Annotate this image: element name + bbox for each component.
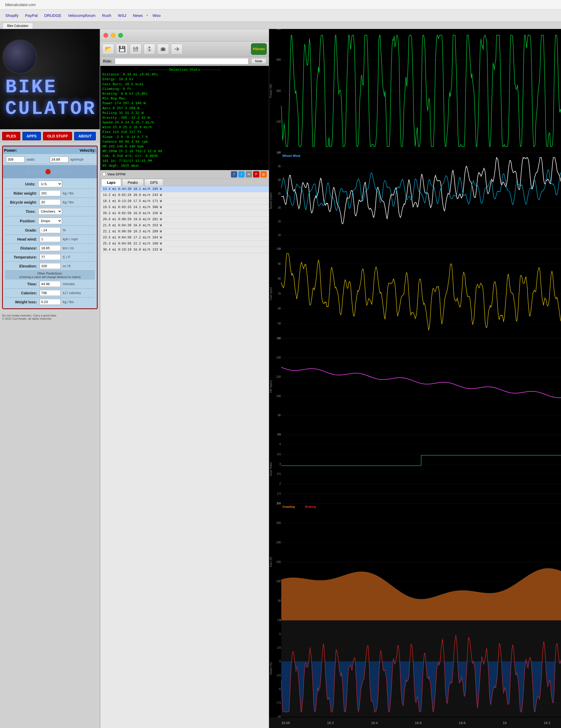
- browser-tab[interactable]: Bike Calculator: [3, 23, 33, 29]
- pstroke-panel: 📂 💾 PStroke Ride: Note: [100, 29, 269, 728]
- tab-laps[interactable]: Laps: [101, 179, 121, 186]
- units-select[interactable]: U.S.Metric: [38, 181, 62, 187]
- rider-weight-row: Rider weight: kg / lbs: [5, 189, 95, 198]
- pstroke-titlebar: [100, 29, 269, 42]
- email-share-btn[interactable]: ✉: [246, 171, 252, 178]
- tires-select[interactable]: ClinchersTubulars: [38, 208, 62, 215]
- x-axis-label: 18.6: [415, 721, 421, 725]
- bicycle-weight-unit: kg / lbs: [63, 200, 94, 204]
- arrow-btn[interactable]: [171, 44, 182, 54]
- nav-news[interactable]: News: [130, 12, 146, 19]
- weight-loss-row: Weight loss: kg / lbs: [5, 298, 95, 306]
- calories-row: Calories: kJ / calories: [5, 289, 95, 298]
- lap-row[interactable]: 25.3 mi 0:04:56 22.2 mi/h 160 W: [100, 241, 269, 247]
- bike-nav-bar: PLES APPS OLD STUFF ABOUT: [0, 129, 100, 143]
- time-row: Time: minutes: [5, 280, 95, 289]
- lap-row[interactable]: 20.3 mi 0:02:56 16.0 mi/h 156 W: [100, 210, 269, 217]
- apps-btn[interactable]: APPS: [22, 132, 41, 140]
- other-predictions-header: Other Predictions: (entering a value wil…: [5, 271, 95, 280]
- stats-slope: Slope -2.9 -0.14 0.7 %: [102, 135, 267, 140]
- lap-row[interactable]: 14.2 mi 0:02:29 20.9 mi/h 243 W: [100, 192, 269, 198]
- position-row: Position: DropsHoodsUpright: [5, 216, 95, 226]
- laps-tabs-bar: Laps Peaks GPS: [100, 179, 269, 186]
- grade-input[interactable]: [40, 227, 61, 233]
- window-maximize-btn[interactable]: [118, 33, 123, 38]
- nav-rush[interactable]: Rush: [99, 12, 114, 19]
- distance-input[interactable]: [40, 245, 61, 251]
- stats-wind: Wind 23.9 25.3 26.9 mi/h: [102, 125, 267, 130]
- grade-label: Grade:: [6, 228, 40, 232]
- weight-loss-unit: kg / lbs: [63, 300, 94, 304]
- weight-loss-input[interactable]: [40, 299, 61, 305]
- bicycle-weight-input[interactable]: [40, 199, 61, 205]
- x-axis-label: 18.8: [459, 721, 466, 725]
- lap-row[interactable]: 21.9 mi 0:04:39 16.6 mi/h 153 W: [100, 223, 269, 229]
- weight-loss-label: Weight loss:: [6, 300, 40, 304]
- old-stuff-btn[interactable]: OLD STUFF: [43, 132, 72, 140]
- stats-info: 181 lb; 7/31/17 12:15 PM: [102, 159, 267, 164]
- view-dfpm-checkbox[interactable]: [102, 173, 106, 176]
- window-close-btn[interactable]: [103, 33, 108, 38]
- header-background: BIKE CULATOR: [0, 29, 100, 129]
- lap-row[interactable]: 30.4 mi 0:19:19 16.0 mi/h 133 W: [100, 247, 269, 253]
- trainingpeaks-btn[interactable]: tp: [260, 171, 267, 178]
- lap-row[interactable]: 19.5 mi 0:03:33 24.1 mi/h 308 W: [100, 204, 269, 210]
- units-row: Units: U.S.Metric: [5, 179, 95, 189]
- power-input[interactable]: [6, 156, 25, 162]
- calories-input[interactable]: [40, 290, 61, 296]
- lap-row[interactable]: 20.6 mi 0:00:59 19.8 mi/h 281 W: [100, 217, 269, 223]
- copyright: © 2012 Curt Austin, all rights reserved.: [2, 317, 98, 320]
- footer-area: Do not create enemies. Carry a good tube…: [0, 312, 100, 322]
- nav-woo[interactable]: Woo: [150, 12, 163, 19]
- lap-row[interactable]: 13.4 mi 0:44:20 18.1 mi/h 165 W: [100, 186, 269, 192]
- bike-title-line2: CULATOR: [5, 98, 96, 120]
- window-minimize-btn[interactable]: [111, 33, 116, 38]
- social-icons-bar: f t ✉ P tp: [231, 171, 267, 178]
- nav-velocomp[interactable]: Velocompforum: [65, 12, 98, 19]
- tires-row: Tires: ClinchersTubulars: [5, 207, 95, 216]
- bicycle-weight-row: Bicycle weight: kg / lbs: [5, 198, 95, 207]
- twitter-share-btn[interactable]: t: [238, 171, 244, 178]
- note-button[interactable]: Note: [251, 58, 266, 64]
- head-wind-input[interactable]: [40, 236, 61, 242]
- time-input[interactable]: [40, 281, 61, 287]
- tab-gps[interactable]: GPS: [145, 179, 164, 186]
- stats-power: Power 174 297.4 346 W: [102, 101, 267, 106]
- facebook-share-btn[interactable]: f: [231, 171, 237, 178]
- floppy-btn[interactable]: [130, 44, 141, 54]
- power-velocity-row: watts kph/mph: [5, 155, 95, 164]
- nav-paypal[interactable]: PayPal: [22, 12, 40, 19]
- power-header: Power:: [4, 148, 17, 152]
- open-folder-btn[interactable]: 📂: [102, 44, 114, 54]
- nav-news-dropdown[interactable]: News ▼: [130, 12, 148, 19]
- lap-row[interactable]: 18.1 mi 0:13:20 17.5 mi/h 171 W: [100, 198, 269, 204]
- ride-name-input[interactable]: [115, 58, 248, 64]
- temperature-label: Temperature:: [6, 255, 40, 259]
- temperature-input[interactable]: [40, 254, 61, 260]
- about-btn[interactable]: ABOUT: [74, 132, 96, 140]
- svg-rect-3: [134, 49, 137, 51]
- usb-btn[interactable]: [143, 44, 155, 54]
- head-wind-row: Head wind: kph / mph: [5, 235, 95, 244]
- nav-drudge[interactable]: DRUDGE: [42, 12, 64, 19]
- print-share-btn[interactable]: P: [253, 171, 259, 178]
- laps-table[interactable]: 13.4 mi 0:44:20 18.1 mi/h 165 W14.2 mi 0…: [100, 186, 269, 728]
- lap-row[interactable]: 22.1 mi 0:00:50 10.3 mi/h 289 W: [100, 229, 269, 235]
- velocity-header: Velocity:: [79, 148, 96, 152]
- rider-weight-input[interactable]: [40, 190, 61, 196]
- camera-btn[interactable]: [157, 44, 169, 54]
- pstroke-logo: PStroke: [251, 43, 267, 55]
- elevation-input[interactable]: [40, 263, 61, 269]
- save-btn[interactable]: 💾: [116, 44, 128, 54]
- tab-peaks[interactable]: Peaks: [122, 179, 143, 186]
- distance-row: Distance: km / mi: [5, 244, 95, 253]
- position-label: Position:: [6, 219, 38, 223]
- velocity-input[interactable]: [50, 156, 68, 162]
- lap-row[interactable]: 23.5 mi 0:04:50 17.2 mi/h 164 W: [100, 235, 269, 241]
- nav-shopify[interactable]: Shopify: [3, 12, 21, 19]
- nav-wsj[interactable]: WSJ: [115, 12, 129, 19]
- position-select[interactable]: DropsHoodsUpright: [38, 218, 62, 224]
- examples-btn[interactable]: PLES: [2, 132, 20, 140]
- stats-cadence: Cadence 89 90.4 94 rpm: [102, 140, 267, 144]
- news-dropdown-arrow[interactable]: ▼: [146, 14, 148, 17]
